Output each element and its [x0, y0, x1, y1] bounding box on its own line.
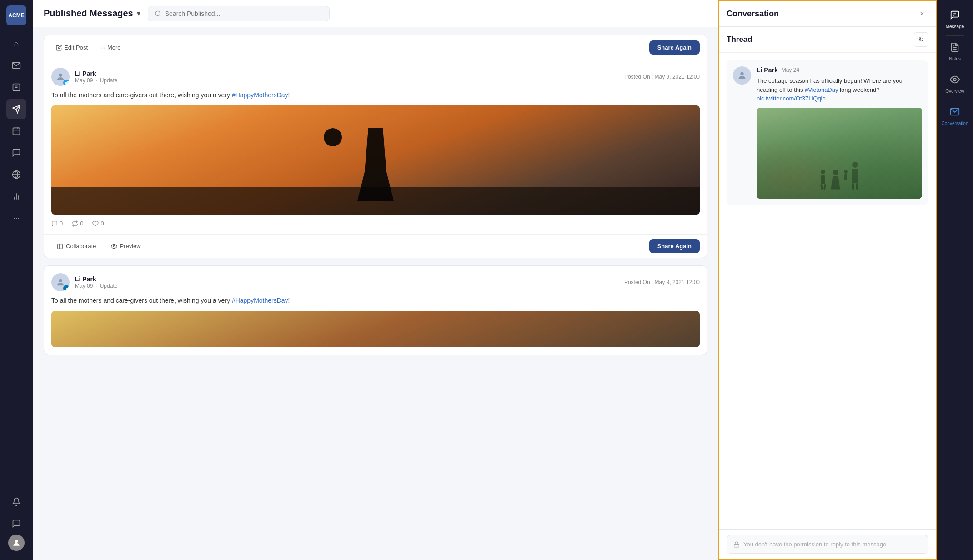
app-logo: ACME: [6, 5, 26, 25]
thread-text: The cottage season has officially begun!…: [757, 76, 922, 103]
right-icon-overview[interactable]: Overview: [940, 70, 969, 98]
right-icon-divider-3: [946, 100, 964, 100]
search-icon: [155, 10, 161, 17]
thread-content: Li Park May 24 The cottage season has of…: [757, 66, 922, 199]
sidebar-icon-chat[interactable]: [6, 143, 26, 163]
post-image-2-partial: [51, 311, 700, 347]
right-icon-divider-2: [946, 68, 964, 68]
thread-avatar: [733, 66, 751, 85]
svg-point-18: [59, 74, 62, 77]
thread-link[interactable]: pic.twitter.com/Ot37LiQqlo: [757, 95, 826, 102]
edit-post-btn[interactable]: Edit Post: [51, 41, 92, 54]
conv-header: Conversation ×: [719, 1, 936, 27]
main-area: Published Messages ▾ Edit Post ··· More …: [33, 0, 718, 560]
sidebar-icon-messages[interactable]: [6, 514, 26, 534]
edit-icon: [56, 45, 62, 51]
heart-icon: [92, 220, 99, 227]
stat-likes: 0: [92, 220, 104, 227]
post-author-meta-2: May 09 · Update: [75, 283, 619, 289]
conversation-panel: Conversation × Thread ↻ Li Park May 24 T…: [718, 0, 937, 560]
title-dropdown-btn[interactable]: ▾: [137, 9, 140, 18]
right-icons-panel: Message Notes Overview Conversation: [937, 0, 973, 560]
topbar: Published Messages ▾: [33, 0, 718, 27]
search-input[interactable]: [165, 10, 323, 17]
svg-line-17: [159, 15, 160, 16]
stat-retweets: 0: [72, 220, 83, 227]
post-text-2: To all the mothers and care-givers out t…: [51, 296, 700, 305]
conversation-icon-label: Conversation: [942, 121, 968, 126]
post-avatar-2: [51, 273, 70, 291]
svg-point-24: [740, 72, 743, 75]
notes-icon: [950, 42, 960, 55]
thread-image: [757, 108, 922, 199]
post-author-info: Li Park May 09 · Update: [75, 70, 619, 84]
conversation-icon: [950, 107, 960, 119]
platform-badge-linkedin: [63, 285, 70, 291]
overview-icon: [950, 75, 960, 87]
stat-comments: 0: [51, 220, 63, 227]
conv-body: Li Park May 24 The cottage season has of…: [719, 53, 936, 529]
post-card-toolbar: Edit Post ··· More Share Again: [44, 35, 707, 60]
svg-point-30: [953, 78, 956, 81]
post-author-name: Li Park: [75, 70, 619, 77]
post-list: Edit Post ··· More Share Again: [33, 27, 718, 560]
sidebar-icon-home[interactable]: ⌂: [6, 34, 26, 54]
sidebar-icon-analytics[interactable]: [6, 186, 26, 206]
right-icon-conversation[interactable]: Conversation: [940, 102, 969, 130]
overview-icon-label: Overview: [945, 89, 964, 94]
lock-icon: [733, 541, 740, 548]
comment-icon: [51, 220, 58, 227]
notes-icon-label: Notes: [949, 56, 961, 61]
svg-point-22: [59, 279, 62, 282]
collaborate-btn[interactable]: Collaborate: [51, 240, 102, 252]
post-text: To all the mothers and care-givers out t…: [51, 90, 700, 100]
sidebar-icon-calendar[interactable]: [6, 121, 26, 141]
post-date-right-2: Posted On : May 9, 2021 12:00: [624, 279, 700, 285]
post-card-body-2: Li Park May 09 · Update Posted On : May …: [44, 266, 707, 355]
thread-author-name: Li Park: [757, 66, 778, 74]
svg-rect-6: [13, 128, 20, 135]
svg-point-16: [155, 11, 160, 15]
post-card: Edit Post ··· More Share Again: [44, 35, 707, 258]
sidebar-icon-inbox[interactable]: [6, 55, 26, 75]
sidebar-icon-publish[interactable]: [6, 99, 26, 119]
post-date-right: Posted On : May 9, 2021 12:00: [624, 74, 700, 80]
post-stats: 0 0 0: [51, 220, 700, 227]
page-title: Published Messages ▾: [44, 8, 140, 19]
user-avatar[interactable]: [8, 535, 25, 551]
post-author-name-2: Li Park: [75, 275, 619, 283]
right-icon-message[interactable]: Message: [940, 5, 969, 34]
conv-refresh-btn[interactable]: ↻: [914, 32, 928, 47]
thread-author-row: Li Park May 24: [757, 66, 922, 74]
post-author-2: Li Park May 09 · Update Posted On : May …: [51, 273, 700, 291]
conv-close-btn[interactable]: ×: [916, 7, 928, 20]
page-title-text: Published Messages: [44, 8, 133, 19]
left-sidebar: ACME ⌂ ···: [0, 0, 33, 560]
post-card-footer: Collaborate Preview Share Again: [44, 234, 707, 258]
share-again-btn-footer[interactable]: Share Again: [649, 239, 700, 253]
right-icon-notes[interactable]: Notes: [940, 38, 969, 66]
message-icon-label: Message: [946, 24, 964, 29]
conv-footer: You don't have the permission to reply t…: [719, 529, 936, 559]
conv-thread-title: Thread: [727, 35, 752, 44]
conv-reply-input: You don't have the permission to reply t…: [727, 535, 928, 554]
sidebar-icon-globe[interactable]: [6, 165, 26, 185]
search-container: [148, 6, 330, 21]
svg-rect-25: [734, 544, 739, 547]
sidebar-icon-compose[interactable]: [6, 77, 26, 97]
conv-title: Conversation: [727, 9, 779, 19]
share-again-btn-top[interactable]: Share Again: [649, 40, 700, 55]
more-btn[interactable]: ··· More: [96, 41, 125, 54]
post-image: [51, 105, 700, 215]
conv-thread-header: Thread ↻: [719, 27, 936, 53]
post-author: Li Park May 09 · Update Posted On : May …: [51, 68, 700, 86]
svg-rect-19: [58, 244, 63, 249]
post-card-2: Li Park May 09 · Update Posted On : May …: [44, 265, 707, 355]
sidebar-icon-more[interactable]: ···: [6, 208, 26, 228]
preview-btn[interactable]: Preview: [105, 240, 146, 252]
post-avatar: [51, 68, 70, 86]
message-icon: [950, 10, 960, 22]
collaborate-icon: [57, 243, 63, 250]
sidebar-icon-notifications[interactable]: [6, 492, 26, 512]
platform-badge-twitter: [63, 80, 70, 86]
